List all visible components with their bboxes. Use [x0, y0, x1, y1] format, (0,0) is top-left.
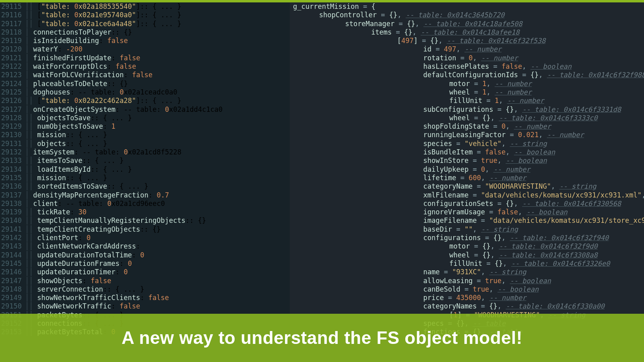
code-line[interactable]: 29132│ itemSystem: -- table: 0x02a1cd8f5… [0, 148, 290, 156]
code-text: ││ tickRate: 30 [25, 208, 290, 216]
code-line[interactable]: ignoreVramUsage = false, -- boolean [290, 208, 644, 216]
code-line[interactable]: 29135││ mission:: { ... } [0, 174, 290, 182]
code-line[interactable]: g_currentMission = { [290, 2, 644, 11]
code-line[interactable]: 29136││ sortedItemsToSave:: { ... } [0, 182, 290, 191]
code-line[interactable]: 29142││ clientPort: 0 [0, 234, 290, 242]
line-number: 29125 [0, 88, 25, 97]
code-line[interactable]: 29118│ connectionsToPlayer:: {} [0, 28, 290, 37]
line-number: 29143 [0, 242, 25, 251]
line-number: 29130 [0, 131, 25, 139]
code-line[interactable]: 29138│ client: -- table: 0x02a1cd96eec0 [0, 200, 290, 208]
code-line[interactable]: showInStore = true, -- boolean [290, 156, 644, 165]
line-number: 29136 [0, 182, 25, 191]
code-line[interactable]: hasLicensePlates = false, -- boolean [290, 62, 644, 71]
code-line[interactable]: 29150││ showNetworkTraffic: false [0, 302, 290, 311]
code-line[interactable]: wheel = {}, -- table: 0x014c6f3308a8 [290, 251, 644, 259]
code-line[interactable]: 29122│ waitForCorruptDlcs: false [0, 62, 290, 71]
code-line[interactable]: motor = {}, -- table: 0x014c6f32f9d0 [290, 242, 644, 251]
code-line[interactable]: rotation = 0, -- number [290, 54, 644, 62]
code-line[interactable]: 29119│ isInsideBuilding: false [0, 37, 290, 45]
code-line[interactable]: items = {}, -- table: 0x014c18afee18 [290, 28, 644, 37]
code-line[interactable]: wheel = {}, -- table: 0x014c6f3333c0 [290, 114, 644, 122]
code-line[interactable]: name = "931XC", -- string [290, 268, 644, 276]
code-line[interactable]: id = 497, -- number [290, 45, 644, 53]
code-line[interactable]: isBundleItem = false, -- boolean [290, 148, 644, 156]
code-line[interactable]: 29128││ objectsToSave:: { ... } [0, 114, 290, 122]
code-line[interactable]: categoryNames = {}, -- table: 0x014c6f33… [290, 302, 644, 311]
code-text: ││ showNetworkTraffic: false [25, 302, 290, 311]
code-line[interactable]: wheel = 1, -- number [290, 88, 644, 97]
line-number: 29124 [0, 80, 25, 88]
code-line[interactable]: 29131││ objects:: { ... } [0, 140, 290, 148]
line-number: 29122 [0, 62, 25, 71]
code-line[interactable]: 29134││ loadItemsById:: { ... } [0, 165, 290, 174]
code-line[interactable]: 29124│ placeablesToDelete:: {} [0, 80, 290, 88]
line-number: 29138 [0, 200, 25, 208]
code-text: g_currentMission = { [293, 2, 644, 11]
line-number: 29123 [0, 71, 25, 79]
code-text: isBundleItem = false, -- boolean [293, 148, 644, 156]
code-line[interactable]: 29148││ serverConnection:: { ... } [0, 285, 290, 294]
code-line[interactable]: 29146││ updateDurationTimer: 0 [0, 268, 290, 276]
code-line[interactable]: baseDir = "", -- string [290, 225, 644, 234]
code-line[interactable]: 29121│ finishedFirstUpdate: false [0, 54, 290, 62]
code-text: ││ ["table: 0x02a22c462a28"]:: { ... } [25, 97, 290, 105]
code-line[interactable]: species = "vehicle", -- string [290, 140, 644, 148]
code-line[interactable]: subConfigurations = {}, -- table: 0x014c… [290, 105, 644, 114]
code-line[interactable]: 29141││ tempClientCreatingObjects:: {} [0, 225, 290, 234]
code-line[interactable]: 29116││ ["table: 0x02a1e95740a0"]:: { ..… [0, 11, 290, 19]
code-line[interactable]: price = 435000, -- number [290, 294, 644, 302]
left-code-pane[interactable]: 29115││ ["table: 0x02a188535540"]:: { ..… [0, 2, 290, 362]
code-text: ││ serverConnection:: { ... } [25, 285, 290, 294]
code-line[interactable]: 29140││ tempClientManuallyRegisteringObj… [0, 216, 290, 225]
code-line[interactable]: 29147││ showObjects: false [0, 277, 290, 285]
right-code-pane[interactable]: g_currentMission = { shopController = {}… [290, 2, 644, 362]
code-line[interactable]: configurationSets = {}, -- table: 0x014c… [290, 200, 644, 208]
code-line[interactable]: [497] = {}, -- table: 0x014c6f32f538 [290, 37, 644, 45]
code-line[interactable]: 29126││ ["table: 0x02a22c462a28"]:: { ..… [0, 97, 290, 105]
line-number: 29144 [0, 251, 25, 259]
code-line[interactable]: allowLeasing = true, -- boolean [290, 277, 644, 285]
code-line[interactable]: runningLeasingFactor = 0.021, -- number [290, 131, 644, 139]
code-text: canBeSold = true, -- boolean [293, 285, 644, 294]
code-line[interactable]: 29144││ updateDurationTotalTime: 0 [0, 251, 290, 259]
code-text: wheel = {}, -- table: 0x014c6f3308a8 [293, 251, 644, 259]
code-line[interactable]: lifetime = 600, -- number [290, 174, 644, 182]
code-line[interactable]: 29149││ showNetworkTrafficClients: false [0, 294, 290, 302]
code-text: ││ itemsToSave:: { ... } [25, 156, 290, 165]
code-line[interactable]: 29129││ numObjectsToSave: 1 [0, 122, 290, 131]
code-line[interactable]: imageFilename = "data/vehicles/komatsu/x… [290, 216, 644, 225]
code-line[interactable]: motor = 1, -- number [290, 80, 644, 88]
code-text: ││ showObjects: false [25, 277, 290, 285]
code-text: │ finishedFirstUpdate: false [25, 54, 290, 62]
code-text: configurationSets = {}, -- table: 0x014c… [293, 200, 644, 208]
code-line[interactable]: storeManager = {}, -- table: 0x014c18afe… [290, 20, 644, 28]
code-line[interactable]: 29117││ ["table: 0x02a1ce6a4a48"]:: { ..… [0, 20, 290, 28]
code-line[interactable]: fillUnit = 1, -- number [290, 97, 644, 105]
code-line[interactable]: fillUnit = {}, -- table: 0x014c6f3326e0 [290, 259, 644, 268]
code-line[interactable]: 29123│ waitForDLCVerification: false [0, 71, 290, 79]
code-line[interactable]: shopFoldingState = 0, -- number [290, 122, 644, 131]
code-line[interactable]: 29120│ waterY: -200 [0, 45, 290, 53]
code-line[interactable]: canBeSold = true, -- boolean [290, 285, 644, 294]
code-line[interactable]: 29139││ tickRate: 30 [0, 208, 290, 216]
code-text: baseDir = "", -- string [293, 225, 644, 234]
code-line[interactable]: 29127│ onCreateObjectSystem: -- table: 0… [0, 105, 290, 114]
code-line[interactable]: 29125│ doghouses: -- table: 0x02a1ceadc0… [0, 88, 290, 97]
code-text: configurations = {}, -- table: 0x014c6f3… [293, 234, 644, 242]
code-line[interactable]: defaultConfigurationIds = {}, -- table: … [290, 71, 644, 79]
code-line[interactable]: 29143││ clientNetworkCardAddress: [0, 242, 290, 251]
code-line[interactable]: 29130││ mission:: { ... } [0, 131, 290, 139]
code-line[interactable]: dailyUpkeep = 0, -- number [290, 165, 644, 174]
code-line[interactable]: 29137│ densityMapPercentageFraction: 0.7 [0, 191, 290, 200]
code-line[interactable]: 29145││ updateDurationFrames: 0 [0, 259, 290, 268]
code-line[interactable]: shopController = {}, -- table: 0x014c364… [290, 11, 644, 19]
line-number: 29118 [0, 28, 25, 37]
editor-split-view: 29115││ ["table: 0x02a188535540"]:: { ..… [0, 2, 644, 362]
code-line[interactable]: configurations = {}, -- table: 0x014c6f3… [290, 234, 644, 242]
code-line[interactable]: categoryName = "WOODHARVESTING", -- stri… [290, 182, 644, 191]
line-number: 29115 [0, 2, 25, 11]
code-line[interactable]: 29133││ itemsToSave:: { ... } [0, 156, 290, 165]
code-line[interactable]: xmlFilename = "data/vehicles/komatsu/xc9… [290, 191, 644, 200]
code-line[interactable]: 29115││ ["table: 0x02a188535540"]:: { ..… [0, 2, 290, 11]
